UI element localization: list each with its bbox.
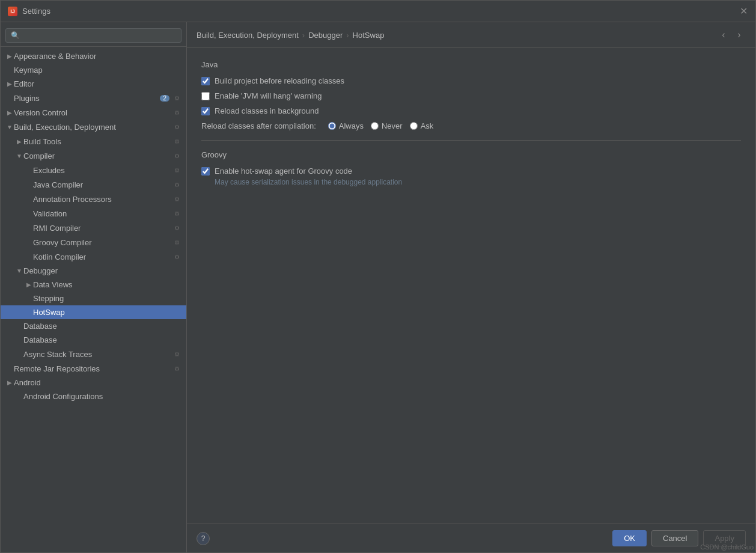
config-icon: ⚙	[172, 93, 181, 103]
sidebar-item-label: Stepping	[33, 294, 181, 303]
sidebar-item-stepping[interactable]: Stepping	[1, 292, 186, 305]
sidebar-item-data-views[interactable]: ▶Data Views	[1, 278, 186, 292]
chevron-placeholder	[5, 94, 14, 102]
enable-jvm-checkbox[interactable]	[201, 92, 210, 100]
enable-hotswap-row: Enable hot-swap agent for Groovy code	[201, 167, 741, 176]
config-icon: ⚙	[172, 237, 181, 247]
sidebar-item-editor[interactable]: ▶Editor	[1, 77, 186, 91]
sidebar-item-label: Editor	[14, 79, 181, 88]
help-button[interactable]: ?	[197, 532, 210, 545]
sidebar-item-label: Build Tools	[23, 137, 172, 146]
config-icon: ⚙	[172, 180, 181, 189]
sidebar-item-android-config[interactable]: Android Configurations	[1, 390, 186, 403]
config-icon: ⚙	[172, 252, 181, 261]
sidebar-item-database2[interactable]: Database	[1, 333, 186, 347]
sidebar-item-debugger[interactable]: ▼Debugger	[1, 264, 186, 278]
sidebar-item-label: Compiler	[23, 151, 172, 160]
sidebar-item-android[interactable]: ▶Android	[1, 376, 186, 390]
chevron-icon: ▶	[15, 137, 23, 145]
radio-ask[interactable]: Ask	[410, 121, 434, 130]
ok-button[interactable]: OK	[612, 530, 647, 546]
content-area: Build, Execution, Deployment › Debugger …	[187, 22, 755, 552]
sidebar-item-label: Async Stack Traces	[23, 350, 172, 359]
enable-hotswap-checkbox[interactable]	[201, 167, 210, 176]
sidebar-item-java-compiler[interactable]: Java Compiler⚙	[1, 177, 186, 192]
build-project-checkbox[interactable]	[201, 77, 210, 85]
sidebar-item-hotswap[interactable]: HotSwap	[1, 305, 186, 319]
sidebar-item-label: HotSwap	[33, 308, 181, 317]
sidebar-item-build-execution[interactable]: ▼Build, Execution, Deployment⚙	[1, 120, 186, 134]
enable-jvm-label[interactable]: Enable 'JVM will hang' warning	[215, 91, 322, 100]
sidebar-item-async-stack-traces[interactable]: Async Stack Traces⚙	[1, 347, 186, 361]
nav-back-button[interactable]: ‹	[717, 28, 730, 41]
sidebar-item-build-tools[interactable]: ▶Build Tools⚙	[1, 134, 186, 148]
settings-panel: Java Build project before reloading clas…	[187, 48, 755, 524]
chevron-placeholder	[25, 252, 33, 261]
footer-left: ?	[197, 532, 210, 545]
sidebar-item-label: RMI Compiler	[33, 224, 172, 233]
sidebar-item-compiler[interactable]: ▼Compiler⚙	[1, 148, 186, 163]
sidebar-item-keymap[interactable]: Keymap	[1, 63, 186, 77]
main-content: ▶Appearance & BehaviorKeymap▶EditorPlugi…	[1, 22, 755, 552]
breadcrumb-item-3: HotSwap	[353, 31, 385, 40]
chevron-placeholder	[25, 238, 33, 246]
sidebar-item-rmi-compiler[interactable]: RMI Compiler⚙	[1, 221, 186, 235]
radio-never[interactable]: Never	[371, 121, 403, 130]
sidebar-item-plugins[interactable]: Plugins2⚙	[1, 91, 186, 105]
chevron-icon: ▶	[5, 108, 14, 117]
reload-classes-label[interactable]: Reload classes in background	[215, 106, 319, 115]
config-icon: ⚙	[172, 349, 181, 359]
enable-hotswap-label[interactable]: Enable hot-swap agent for Groovy code	[215, 167, 352, 176]
section-divider	[201, 140, 741, 141]
chevron-placeholder	[15, 336, 23, 344]
chevron-icon: ▶	[5, 379, 14, 387]
search-input[interactable]	[5, 28, 181, 43]
breadcrumb-nav: ‹ ›	[717, 28, 746, 41]
sidebar-item-appearance[interactable]: ▶Appearance & Behavior	[1, 49, 186, 63]
config-icon: ⚙	[172, 122, 181, 132]
sidebar-item-label: Excludes	[33, 166, 172, 175]
chevron-placeholder	[15, 322, 23, 331]
sidebar-item-version-control[interactable]: ▶Version Control⚙	[1, 105, 186, 120]
sidebar-item-annotation-processors[interactable]: Annotation Processors⚙	[1, 192, 186, 206]
dialog-title: Settings	[22, 7, 50, 16]
sidebar-item-label: Build, Execution, Deployment	[14, 123, 172, 132]
sidebar-items-container: ▶Appearance & BehaviorKeymap▶EditorPlugi…	[1, 49, 186, 403]
config-icon: ⚙	[172, 364, 181, 373]
breadcrumb-item-1: Build, Execution, Deployment	[197, 31, 299, 40]
cancel-button[interactable]: Cancel	[651, 530, 698, 546]
sidebar-item-label: Remote Jar Repositories	[14, 364, 172, 373]
build-project-label[interactable]: Build project before reloading classes	[215, 76, 344, 85]
config-icon: ⚙	[172, 194, 181, 204]
sidebar-item-kotlin-compiler[interactable]: Kotlin Compiler⚙	[1, 249, 186, 264]
sidebar-item-groovy-compiler[interactable]: Groovy Compiler⚙	[1, 235, 186, 249]
sidebar-item-excludes[interactable]: Excludes⚙	[1, 163, 186, 177]
title-bar: IJ Settings ✕	[1, 1, 755, 22]
groovy-section-title: Groovy	[201, 150, 741, 159]
sidebar-item-validation[interactable]: Validation⚙	[1, 206, 186, 221]
sidebar-item-label: Annotation Processors	[33, 195, 172, 204]
sidebar-item-label: Appearance & Behavior	[14, 52, 181, 61]
nav-forward-button[interactable]: ›	[733, 28, 746, 41]
chevron-placeholder	[15, 350, 23, 358]
radio-always[interactable]: Always	[328, 121, 364, 130]
badge: 2	[160, 95, 169, 102]
config-icon: ⚙	[172, 209, 181, 218]
chevron-placeholder	[25, 180, 33, 189]
sidebar: ▶Appearance & BehaviorKeymap▶EditorPlugi…	[1, 22, 187, 552]
sidebar-item-label: Database	[23, 322, 181, 331]
settings-dialog: IJ Settings ✕ ▶Appearance & BehaviorKeym…	[0, 0, 756, 553]
sidebar-item-database1[interactable]: Database	[1, 319, 186, 333]
sidebar-item-label: Data Views	[33, 280, 181, 289]
sidebar-item-label: Validation	[33, 209, 172, 218]
app-icon: IJ	[8, 7, 17, 16]
reload-after-label: Reload classes after compilation:	[201, 121, 316, 130]
reload-classes-row: Reload classes in background	[201, 106, 741, 115]
breadcrumb-bar: Build, Execution, Deployment › Debugger …	[187, 22, 755, 48]
sidebar-item-remote-jar[interactable]: Remote Jar Repositories⚙	[1, 361, 186, 376]
hotswap-hint: May cause serialization issues in the de…	[215, 178, 741, 186]
chevron-placeholder	[25, 166, 33, 174]
enable-jvm-row: Enable 'JVM will hang' warning	[201, 91, 741, 100]
close-button[interactable]: ✕	[739, 7, 748, 16]
reload-classes-checkbox[interactable]	[201, 107, 210, 115]
